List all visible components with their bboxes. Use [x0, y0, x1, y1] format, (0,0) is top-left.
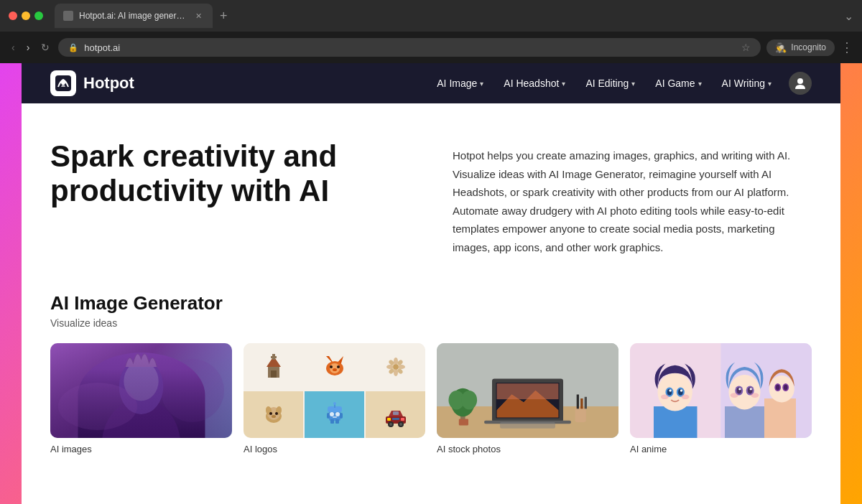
- nav-item-ai-editing-label: AI Editing: [585, 78, 629, 89]
- title-bar: Hotpot.ai: AI image generator ✕ + ⌄: [0, 0, 862, 32]
- ai-anime-card[interactable]: AI anime: [630, 343, 812, 454]
- chevron-down-icon: ▾: [631, 80, 635, 88]
- nav-item-ai-image[interactable]: AI Image ▾: [428, 72, 492, 95]
- svg-point-17: [330, 365, 333, 368]
- more-options-button[interactable]: ⋮: [840, 39, 853, 55]
- svg-rect-11: [271, 356, 277, 358]
- ai-logos-label: AI logos: [244, 444, 425, 454]
- svg-point-24: [398, 365, 405, 369]
- svg-point-54: [399, 423, 402, 426]
- svg-point-83: [682, 395, 690, 400]
- ai-image-section: AI Image Generator Visualize ideas: [50, 292, 812, 454]
- svg-rect-40: [335, 419, 339, 424]
- new-tab-button[interactable]: +: [214, 9, 233, 24]
- nav-item-ai-headshot[interactable]: AI Headshot ▾: [495, 72, 574, 95]
- ai-stock-label: AI stock photos: [437, 444, 618, 454]
- ai-stock-thumbnail: [437, 343, 618, 438]
- security-icon: 🔒: [68, 43, 78, 52]
- svg-rect-49: [392, 418, 399, 420]
- svg-point-66: [461, 391, 477, 409]
- incognito-icon: 🕵: [775, 42, 787, 53]
- ai-stock-card[interactable]: AI stock photos: [437, 343, 618, 454]
- website-container: Hotpot AI Image ▾ AI Headshot ▾ AI Editi…: [22, 63, 840, 504]
- svg-rect-85: [725, 406, 764, 438]
- minimize-window-button[interactable]: [22, 11, 30, 20]
- collapse-button[interactable]: ⌄: [844, 9, 853, 23]
- svg-point-52: [389, 423, 392, 426]
- ai-logos-card[interactable]: AI logos: [244, 343, 425, 454]
- maximize-window-button[interactable]: [34, 11, 43, 20]
- stock-photo-illustration: [437, 343, 618, 438]
- nav-item-ai-editing[interactable]: AI Editing ▾: [577, 72, 644, 95]
- nav-item-ai-writing[interactable]: AI Writing ▾: [713, 72, 780, 95]
- svg-point-43: [335, 412, 340, 416]
- url-text: hotpot.ai: [84, 42, 120, 53]
- hero-description: Hotpot helps you create amazing images, …: [453, 146, 812, 256]
- section-subtitle: Visualize ideas: [50, 317, 812, 329]
- car-icon: [381, 401, 410, 429]
- logo-cell-dog: [244, 391, 303, 438]
- logo-area[interactable]: Hotpot: [50, 70, 134, 96]
- svg-point-4: [119, 359, 164, 414]
- svg-rect-12: [271, 370, 277, 378]
- svg-point-100: [784, 385, 788, 391]
- hero-left: Spark creativity and productivity with A…: [50, 139, 409, 223]
- dog-icon: [259, 401, 288, 429]
- logo-cell-flower: [366, 343, 425, 390]
- svg-point-94: [751, 393, 759, 398]
- svg-point-34: [275, 412, 278, 415]
- svg-point-96: [769, 375, 794, 402]
- user-account-button[interactable]: [789, 72, 812, 95]
- refresh-button[interactable]: ↻: [38, 39, 52, 56]
- ai-logos-thumbnail: [244, 343, 425, 438]
- browser-chrome: Hotpot.ai: AI image generator ✕ + ⌄ ‹ › …: [0, 0, 862, 63]
- svg-point-33: [269, 412, 272, 415]
- forward-button[interactable]: ›: [24, 39, 33, 56]
- svg-rect-67: [459, 419, 468, 426]
- nav-item-ai-image-label: AI Image: [437, 78, 477, 89]
- svg-rect-62: [497, 383, 559, 399]
- logo-cell-fox: [305, 343, 364, 390]
- svg-point-99: [776, 385, 780, 391]
- chevron-down-icon: ▾: [480, 80, 483, 88]
- svg-rect-38: [340, 413, 343, 419]
- logo-cell-robot: [305, 391, 364, 438]
- ai-anime-label: AI anime: [630, 444, 812, 454]
- back-button[interactable]: ‹: [9, 39, 18, 56]
- svg-point-93: [731, 393, 738, 398]
- bookmark-button[interactable]: ☆: [741, 42, 751, 53]
- svg-rect-70: [580, 398, 583, 409]
- ai-images-illustration: [50, 343, 232, 438]
- svg-rect-37: [327, 413, 330, 419]
- nav-item-ai-headshot-label: AI Headshot: [504, 78, 559, 89]
- url-input[interactable]: 🔒 hotpot.ai ☆: [58, 38, 761, 57]
- svg-point-23: [386, 365, 394, 369]
- nav-items: AI Image ▾ AI Headshot ▾ AI Editing ▾ AI…: [428, 72, 780, 95]
- svg-point-18: [337, 365, 340, 368]
- browser-tab-active[interactable]: Hotpot.ai: AI image generator ✕: [55, 4, 213, 28]
- svg-point-35: [272, 415, 276, 418]
- ai-anime-thumbnail: [630, 343, 812, 438]
- ai-images-thumbnail: [50, 343, 232, 438]
- address-bar: ‹ › ↻ 🔒 hotpot.ai ☆ 🕵 Incognito ⋮: [0, 32, 862, 63]
- svg-point-92: [750, 388, 752, 390]
- ai-images-card[interactable]: AI images: [50, 343, 232, 454]
- svg-point-6: [58, 383, 137, 430]
- logo-icon: [50, 70, 76, 96]
- svg-point-19: [333, 368, 337, 371]
- tab-title: Hotpot.ai: AI image generator: [79, 11, 187, 21]
- flower-icon: [381, 353, 410, 381]
- svg-point-81: [680, 389, 682, 391]
- svg-point-21: [394, 358, 398, 365]
- church-icon: [259, 353, 288, 381]
- incognito-label: Incognito: [791, 42, 826, 52]
- svg-point-3: [102, 398, 181, 438]
- tab-close-button[interactable]: ✕: [193, 10, 204, 22]
- hero-right: Hotpot helps you create amazing images, …: [453, 139, 812, 256]
- anime-illustration: [630, 343, 812, 438]
- nav-item-ai-game[interactable]: AI Game ▾: [646, 72, 710, 95]
- logo-text: Hotpot: [83, 74, 134, 93]
- tab-bar: Hotpot.ai: AI image generator ✕ + ⌄: [55, 4, 853, 28]
- site-nav: Hotpot AI Image ▾ AI Headshot ▾ AI Editi…: [22, 63, 840, 103]
- close-window-button[interactable]: [9, 11, 17, 20]
